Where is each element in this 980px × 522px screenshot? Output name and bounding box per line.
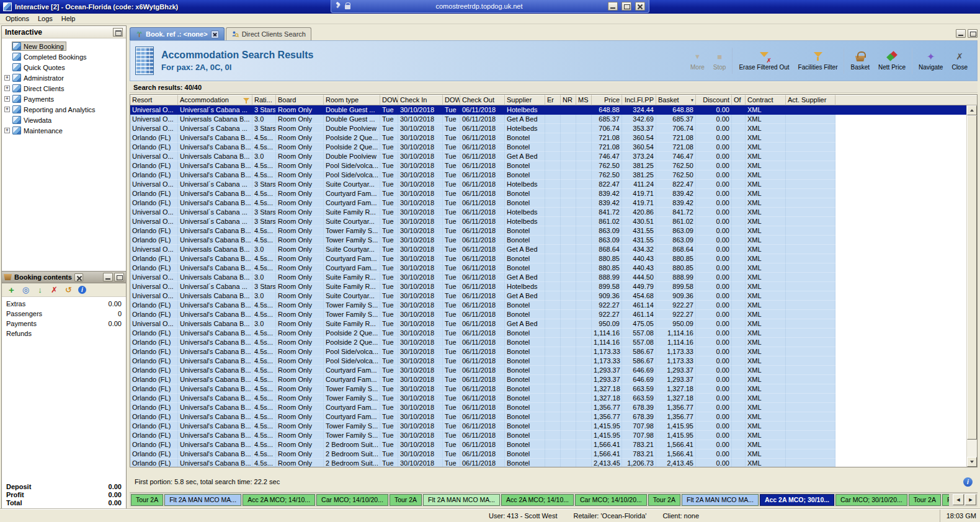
column-header-incl-fl-pp[interactable]: Incl.Fl.PP — [622, 95, 656, 105]
itinerary-tab[interactable]: Car MCO; 14/10/20... — [575, 494, 647, 506]
expand-icon[interactable]: + — [4, 128, 10, 133]
itinerary-tab[interactable]: Flt 2A MAN MCO MA... — [164, 494, 241, 506]
result-row[interactable]: Orlando (FL)Universal's Cabana B...4.5s.… — [130, 254, 966, 263]
result-row[interactable]: Orlando (FL)Universal's Cabana B...4.5s.… — [130, 263, 966, 273]
column-header-check-in[interactable]: Check In — [398, 95, 443, 105]
itinerary-tab[interactable]: Tour 2A — [909, 494, 941, 506]
result-row[interactable]: Universal O...Universal´s Cabana ...3 St… — [130, 105, 966, 115]
result-row[interactable]: Orlando (FL)Universal's Cabana B...4.5s.… — [130, 133, 966, 143]
close-button[interactable]: Close — [947, 51, 972, 71]
booking-panel-minimize-button[interactable] — [103, 273, 113, 281]
column-header-dow[interactable]: DOW — [443, 95, 460, 105]
result-row[interactable]: Orlando (FL)Universal's Cabana B...4.5s.… — [130, 161, 966, 170]
result-row[interactable]: Universal O...Universals Cabana B...3.0R… — [130, 245, 966, 254]
itinerary-tab[interactable]: Tour 2A — [648, 494, 680, 506]
itinerary-tab[interactable]: Flt 2A MAN MCO MA... — [682, 494, 759, 506]
stop-button[interactable]: Stop — [709, 51, 731, 71]
sidebar-item-reporting-and-analytics[interactable]: +Reporting and Analytics — [2, 104, 126, 115]
column-header-accommodation[interactable]: Accommodation — [178, 95, 252, 105]
result-row[interactable]: Orlando (FL)Universal's Cabana B...4.5s.… — [130, 384, 966, 394]
menu-options[interactable]: Options — [1, 14, 33, 23]
more-button[interactable]: More — [686, 51, 709, 71]
result-row[interactable]: Universal O...Universal´s Cabana ...3 St… — [130, 217, 966, 226]
result-row[interactable]: Universal O...Universal´s Cabana ...3 St… — [130, 124, 966, 133]
column-header-resort[interactable]: Resort — [130, 95, 178, 105]
itinerary-tab[interactable]: Acc 2A MCO; 30/10... — [760, 494, 834, 506]
basket-button[interactable]: Basket — [846, 51, 874, 71]
sidebar-item-completed-bookings[interactable]: Completed Bookings — [2, 51, 126, 62]
sidebar-item-maintenance[interactable]: +Maintenance — [2, 125, 126, 136]
scrollbar-thumb[interactable] — [967, 115, 977, 440]
column-header-ms[interactable]: MS — [576, 95, 592, 105]
expand-icon[interactable]: + — [4, 86, 10, 91]
expand-icon[interactable]: + — [4, 75, 10, 81]
scrollbar-track[interactable] — [967, 115, 977, 457]
column-header-discount[interactable]: Discount — [696, 95, 732, 105]
column-header-room-type[interactable]: Room type — [324, 95, 380, 105]
result-row[interactable]: Universal O...Universal´s Cabana ...3 St… — [130, 180, 966, 189]
result-row[interactable]: Universal O...Universal´s Cabana ...3 St… — [130, 208, 966, 217]
column-header-act-supplier[interactable]: Act. Supplier — [786, 95, 835, 105]
mdi-restore-button[interactable] — [968, 29, 978, 38]
column-header-basket[interactable]: Basket▾ — [656, 95, 696, 105]
result-row[interactable]: Orlando (FL)Universal's Cabana B...4.5s.… — [130, 403, 966, 412]
move-to-basket-icon[interactable]: ↓ — [35, 285, 45, 294]
result-row[interactable]: Universal O...Universal´s Cabana ...3 St… — [130, 282, 966, 291]
itinerary-tab[interactable]: Financial Summary — [942, 494, 949, 506]
rdp-minimize-button[interactable] — [608, 2, 618, 11]
delete-icon[interactable]: ✗ — [50, 285, 59, 294]
navigate-button[interactable]: Navigate — [914, 51, 947, 71]
add-icon[interactable]: + — [7, 285, 16, 294]
panel-collapse-icon[interactable] — [113, 28, 123, 37]
column-header-of[interactable]: Of — [732, 95, 746, 105]
erase-filtered-out-button[interactable]: Erase Filtered Out — [734, 51, 793, 71]
itinerary-tab[interactable]: Flt 2A MAN MCO MA... — [423, 494, 500, 506]
column-header-price[interactable]: Price — [592, 95, 622, 105]
result-row[interactable]: Orlando (FL)Universal's Cabana B...4.5s.… — [130, 412, 966, 422]
result-row[interactable]: Orlando (FL)Universal's Cabana B...4.5s.… — [130, 189, 966, 198]
menu-logs[interactable]: Logs — [33, 14, 57, 23]
result-row[interactable]: Orlando (FL)Universal's Cabana B...4.5s.… — [130, 449, 966, 459]
tab-close-icon[interactable] — [211, 30, 219, 38]
result-row[interactable]: Orlando (FL)Universal's Cabana B...4.5s.… — [130, 236, 966, 245]
filter-funnel-icon[interactable] — [243, 97, 250, 104]
sidebar-item-quick-quotes[interactable]: Quick Quotes — [2, 62, 126, 73]
booking-contents-close-button[interactable] — [74, 273, 83, 281]
result-row[interactable]: Orlando (FL)Universal's Cabana B...4.5s.… — [130, 459, 966, 467]
sidebar-item-new-booking[interactable]: New Booking — [2, 41, 126, 51]
expand-icon[interactable]: + — [4, 96, 10, 102]
column-header-check-out[interactable]: Check Out — [460, 95, 505, 105]
sidebar-item-administrator[interactable]: +Administrator — [2, 73, 126, 83]
scroll-up-icon[interactable] — [967, 105, 977, 115]
column-header-supplier[interactable]: Supplier — [505, 95, 545, 105]
column-header-contract[interactable]: Contract — [746, 95, 786, 105]
booking-panel-restore-button[interactable] — [114, 273, 124, 281]
result-row[interactable]: Orlando (FL)Universal's Cabana B...4.5s.… — [130, 329, 966, 338]
scroll-down-icon[interactable] — [967, 457, 977, 467]
booking-row-refunds[interactable]: Refunds — [2, 329, 126, 338]
menu-help[interactable]: Help — [57, 14, 80, 23]
info-icon[interactable]: i — [78, 286, 86, 294]
result-row[interactable]: Orlando (FL)Universal's Cabana B...4.5s.… — [130, 422, 966, 431]
rdp-connection-bar[interactable]: comostreetrdp.topdog.uk.net — [331, 0, 649, 13]
result-row[interactable]: Universal O...Universals Cabana B...3.0R… — [130, 273, 966, 282]
rdp-close-button[interactable] — [635, 2, 645, 11]
itinerary-tab[interactable]: Car MCO; 30/10/20... — [835, 494, 907, 506]
result-row[interactable]: Orlando (FL)Universal's Cabana B...4.5s.… — [130, 170, 966, 180]
sidebar-item-direct-clients[interactable]: +Direct Clients — [2, 83, 126, 94]
result-row[interactable]: Universal O...Universals Cabana B...3.0R… — [130, 319, 966, 329]
result-row[interactable]: Orlando (FL)Universal's Cabana B...4.5s.… — [130, 198, 966, 208]
mdi-minimize-button[interactable] — [956, 29, 966, 38]
itinerary-tab[interactable]: Acc 2A MCO; 14/10... — [501, 494, 574, 506]
result-row[interactable]: Universal O...Universals Cabana B...3.0R… — [130, 291, 966, 301]
pin-icon[interactable] — [335, 2, 341, 10]
result-row[interactable]: Orlando (FL)Universal's Cabana B...4.5s.… — [130, 226, 966, 236]
result-row[interactable]: Orlando (FL)Universal's Cabana B...4.5s.… — [130, 375, 966, 384]
booking-row-passengers[interactable]: Passengers0 — [2, 309, 126, 319]
tab-scroll-right-icon[interactable]: ► — [965, 494, 976, 505]
vertical-scrollbar[interactable] — [966, 105, 977, 467]
itinerary-tab[interactable]: Tour 2A — [131, 494, 163, 506]
booking-row-extras[interactable]: Extras0.00 — [2, 299, 126, 309]
booking-row-payments[interactable]: Payments0.00 — [2, 319, 126, 329]
result-row[interactable]: Orlando (FL)Universal's Cabana B...4.5s.… — [130, 366, 966, 375]
